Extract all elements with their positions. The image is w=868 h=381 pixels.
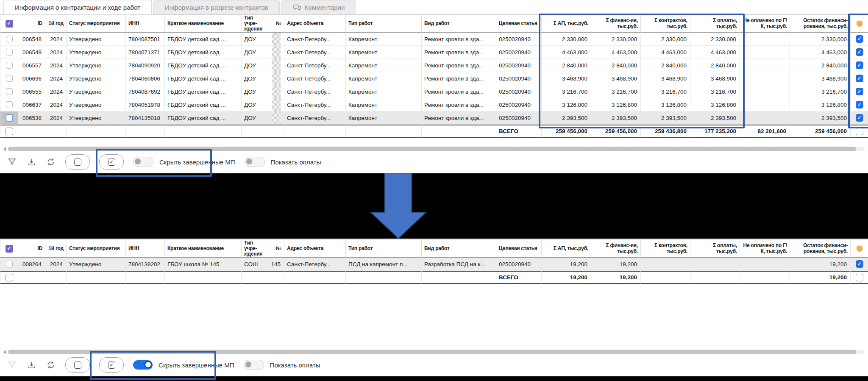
cell-work_kind[interactable]: Ремонт кровли в зда... — [422, 98, 496, 111]
cell-work_type[interactable]: Капремонт — [346, 46, 422, 59]
cell-work_kind[interactable]: Ремонт кровли в зда... — [422, 59, 496, 72]
cell-org_type[interactable]: ДОУ — [242, 98, 269, 111]
cell-unpaid[interactable] — [740, 33, 790, 46]
column-header-flag[interactable] — [851, 14, 868, 33]
cell-remainder[interactable]: 3 468,900 — [790, 72, 851, 85]
filter-icon[interactable] — [7, 360, 17, 370]
column-header-article[interactable]: Целевая статья — [496, 239, 542, 258]
cell-address[interactable]: Санкт-Петербу... — [284, 46, 346, 59]
scrollbar-track[interactable] — [8, 147, 865, 151]
column-header-remainder[interactable]: Остаток финанси-рования, тыс.руб. — [790, 14, 851, 33]
cell-status[interactable]: Утверждено — [67, 258, 126, 271]
cell-work_kind[interactable]: Ремонт кровли в зда... — [422, 85, 496, 98]
column-header-remainder[interactable]: Остаток финанси-рования, тыс.руб. — [790, 239, 851, 258]
cell-payments[interactable]: 2 330,000 — [690, 33, 740, 46]
flag-checkbox[interactable]: ✓ — [856, 75, 863, 82]
column-header-contracts[interactable]: Σ контрактов, тыс.руб. — [641, 14, 690, 33]
flag-checkbox[interactable]: ✓ — [856, 114, 863, 122]
cell-contracts[interactable]: 2 393,500 — [641, 111, 690, 125]
cell-ap[interactable]: 2 330,000 — [542, 33, 591, 46]
column-header-work_kind[interactable]: Вид работ — [422, 14, 496, 33]
cell-year[interactable]: 2024 — [45, 46, 67, 59]
column-header-work_kind[interactable]: Вид работ — [422, 239, 496, 258]
cell-num[interactable] — [269, 72, 284, 85]
cell-flag[interactable]: ✓ — [851, 33, 868, 46]
cell-status[interactable]: Утверждено — [67, 46, 126, 59]
cell-name[interactable]: ГБДОУ детский сад ... — [165, 72, 242, 85]
download-icon[interactable] — [26, 360, 36, 370]
cell-id[interactable]: 008264 — [18, 258, 45, 271]
cell-ap[interactable]: 3 126,800 — [542, 98, 591, 111]
cell-payments[interactable]: 3 468,900 — [690, 72, 740, 85]
column-header-address[interactable]: Адрес объекта — [284, 14, 346, 33]
cell-unpaid[interactable] — [740, 85, 790, 98]
cell-address[interactable]: Санкт-Петербу... — [284, 85, 346, 98]
total-checkbox[interactable] — [6, 128, 13, 135]
deselect-all-button[interactable] — [65, 154, 90, 170]
scrollbar-thumb[interactable] — [8, 350, 856, 354]
cell-inn[interactable]: 7804087501 — [126, 33, 165, 46]
cell-ap[interactable]: 3 216,700 — [542, 85, 591, 98]
cell-fin[interactable]: 2 840,000 — [591, 59, 641, 72]
cell-num[interactable] — [269, 59, 284, 72]
cell-work_kind[interactable]: Разработка ПСД на к... — [422, 258, 496, 271]
select-all-button[interactable]: ✓ — [99, 154, 124, 170]
scrollbar-track[interactable] — [8, 350, 865, 354]
cell-status[interactable]: Утверждено — [67, 59, 126, 72]
cell-work_kind[interactable]: Ремонт кровли в зда... — [422, 46, 496, 59]
cell-inn[interactable]: 7804087692 — [126, 85, 165, 98]
cell-org_type[interactable]: ДОУ — [242, 46, 269, 59]
row-checkbox[interactable] — [6, 261, 13, 267]
scrollbar-thumb[interactable] — [8, 147, 856, 151]
cell-id[interactable]: 006549 — [18, 46, 45, 59]
hide-completed-toggle[interactable] — [133, 360, 153, 370]
cell-status[interactable]: Утверждено — [67, 98, 126, 111]
column-header-fin[interactable]: Σ финанс-ия, тыс.руб. — [591, 239, 641, 258]
cell-work_type[interactable]: Капремонт — [346, 85, 422, 98]
cell-address[interactable]: Санкт-Петербу... — [284, 258, 346, 271]
cell-org_type[interactable]: ДОУ — [242, 33, 269, 46]
cell-contracts[interactable]: 3 216,700 — [641, 85, 690, 98]
cell-inn[interactable]: 7804071371 — [126, 46, 165, 59]
cell-payments[interactable]: 3 126,800 — [690, 98, 740, 111]
cell-fin[interactable]: 3 126,800 — [591, 98, 641, 111]
cell-address[interactable]: Санкт-Петербу... — [284, 111, 346, 125]
column-header-sel[interactable]: ✓ — [0, 14, 18, 33]
cell-name[interactable]: ГБДОУ детский сад ... — [165, 85, 242, 98]
column-header-payments[interactable]: Σ оплаты, тыс.руб. — [690, 14, 740, 33]
cell-unpaid[interactable] — [740, 111, 790, 125]
select-all-button[interactable]: ✓ — [99, 357, 124, 373]
cell-address[interactable]: Санкт-Петербу... — [284, 72, 346, 85]
cell-year[interactable]: 2024 — [45, 111, 67, 125]
cell-inn[interactable]: 7804060806 — [126, 72, 165, 85]
cell-remainder[interactable]: 4 463,000 — [790, 46, 851, 59]
column-header-work_type[interactable]: Тип работ — [346, 14, 422, 33]
column-header-id[interactable]: ID — [18, 14, 45, 33]
cell-article[interactable]: 0250020940 — [496, 46, 542, 59]
cell-inn[interactable]: 7804051978 — [126, 98, 165, 111]
show-payments-toggle[interactable] — [244, 360, 264, 370]
cell-num[interactable] — [269, 46, 284, 59]
cell-name[interactable]: ГБДОУ детский сад ... — [165, 33, 242, 46]
row-checkbox[interactable] — [6, 88, 13, 95]
cell-article[interactable]: 0250020940 — [496, 85, 542, 98]
cell-id[interactable]: 006636 — [18, 72, 45, 85]
cell-payments[interactable]: 4 463,000 — [690, 46, 740, 59]
cell-address[interactable]: Санкт-Петербу... — [284, 33, 346, 46]
cell-payments[interactable]: 2 840,000 — [690, 59, 740, 72]
cell-sel[interactable] — [0, 111, 18, 125]
cell-flag[interactable]: ✓ — [851, 85, 868, 98]
cell-remainder[interactable]: 2 840,000 — [790, 59, 851, 72]
column-header-unpaid[interactable]: Не оплачено по Г/К, тыс.руб. — [740, 239, 790, 258]
cell-year[interactable]: 2024 — [45, 258, 67, 271]
select-all-checkbox[interactable]: ✓ — [6, 245, 13, 253]
cell-ap[interactable]: 4 463,000 — [542, 46, 591, 59]
column-header-sel[interactable]: ✓ — [0, 239, 18, 258]
cell-sel[interactable] — [0, 72, 18, 85]
column-header-contracts[interactable]: Σ контрактов, тыс.руб. — [641, 239, 690, 258]
cell-sel[interactable] — [0, 59, 18, 72]
cell-flag[interactable]: ✓ — [851, 98, 868, 111]
cell-year[interactable]: 2024 — [45, 98, 67, 111]
cell-num[interactable] — [269, 85, 284, 98]
cell-contracts[interactable]: 3 468,900 — [641, 72, 690, 85]
